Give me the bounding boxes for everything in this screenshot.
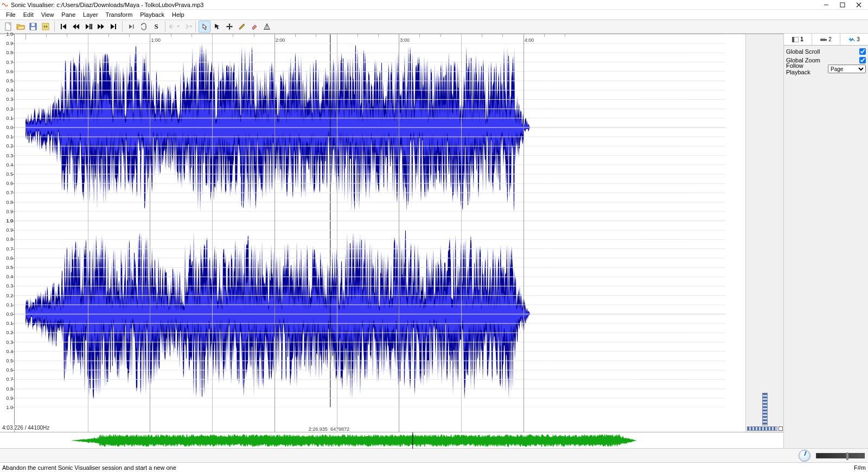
navigate-tool-button[interactable] xyxy=(199,21,210,33)
follow-playback-label: Follow Playback xyxy=(786,62,828,75)
play-pause-button[interactable] xyxy=(82,21,94,33)
rewind-button[interactable] xyxy=(70,21,82,33)
y-tick-label: 0.9 xyxy=(6,227,13,233)
svg-rect-9 xyxy=(61,24,62,29)
layer-tab-3[interactable]: 3 xyxy=(840,34,868,45)
play-selection-button[interactable] xyxy=(125,21,137,33)
y-tick-label: 0.4 xyxy=(6,87,13,93)
skip-end-button[interactable] xyxy=(107,21,119,33)
redo-button[interactable] xyxy=(181,21,193,33)
save-button[interactable] xyxy=(27,21,39,33)
transport-strip xyxy=(0,448,868,462)
waveform-canvas[interactable]: 1:002:003:004:00 2:26.935 6479872 xyxy=(15,34,745,432)
select-tool-button[interactable] xyxy=(211,21,223,33)
move-tool-button[interactable] xyxy=(224,21,235,33)
maximize-button[interactable] xyxy=(834,1,851,9)
toolbar-separator xyxy=(54,21,55,32)
menu-layer[interactable]: Layer xyxy=(79,11,102,18)
svg-rect-19 xyxy=(115,24,116,29)
waveform-pane[interactable]: 1.00.90.80.70.60.50.40.30.20.10.00.10.20… xyxy=(0,34,783,432)
y-tick-label: 1.0 xyxy=(6,31,13,37)
menu-transform[interactable]: Transform xyxy=(102,11,137,18)
y-tick-label: 0.2 xyxy=(6,143,13,149)
gain-meter-horizontal[interactable] xyxy=(747,426,777,431)
svg-rect-4 xyxy=(5,23,11,30)
edit-tool-button[interactable] xyxy=(236,21,248,33)
layer-tab-1[interactable]: 1 xyxy=(784,34,812,45)
y-tick-label: 0.8 xyxy=(6,237,13,242)
title-bar: Sonic Visualiser: c:/Users/Diaz/Download… xyxy=(0,0,868,10)
svg-marker-18 xyxy=(111,24,114,29)
open-button[interactable] xyxy=(15,21,27,33)
svg-marker-20 xyxy=(129,24,132,29)
playback-speed-knob[interactable] xyxy=(799,450,810,462)
y-tick-label: 0.4 xyxy=(6,274,13,279)
y-tick-label: 0.1 xyxy=(6,302,13,308)
y-tick-label: 0.9 xyxy=(6,41,13,46)
menu-edit[interactable]: Edit xyxy=(20,11,37,18)
y-tick-label: 0.3 xyxy=(6,153,13,158)
status-bar: Abandon the current Sonic Visualiser ses… xyxy=(0,462,868,472)
y-tick-label: 0.7 xyxy=(6,190,13,195)
y-tick-label: 1.0 xyxy=(6,405,13,410)
y-tick-label: 0.5 xyxy=(6,171,13,177)
y-tick-label: 0.7 xyxy=(6,60,13,65)
menu-pane[interactable]: Pane xyxy=(58,11,79,18)
svg-marker-24 xyxy=(189,25,192,28)
y-tick-label: 0.3 xyxy=(6,340,13,345)
svg-marker-10 xyxy=(62,24,66,29)
layer-tab-1-label: 1 xyxy=(800,36,803,42)
global-scroll-label: Global Scroll xyxy=(786,48,859,55)
y-tick-label: 0.1 xyxy=(6,321,13,326)
y-tick-label: 0.3 xyxy=(6,283,13,289)
layer-properties: Global Scroll Global Zoom Follow Playbac… xyxy=(784,46,868,76)
mute-toggle[interactable] xyxy=(778,426,783,431)
y-tick-label: 0.6 xyxy=(6,181,13,186)
svg-marker-13 xyxy=(86,24,89,29)
play-solo-button[interactable]: S xyxy=(150,21,162,33)
cursor-frame-label: 6479872 xyxy=(330,426,349,432)
svg-rect-15 xyxy=(91,24,92,29)
toolbar: S xyxy=(0,20,868,34)
import-audio-button[interactable] xyxy=(40,21,52,33)
y-tick-label: 0.4 xyxy=(6,349,13,354)
menu-help[interactable]: Help xyxy=(168,11,188,18)
follow-playback-select[interactable]: Page xyxy=(828,65,866,73)
y-tick-label: 0.6 xyxy=(6,367,13,373)
menu-playback[interactable]: Playback xyxy=(136,11,168,18)
svg-marker-12 xyxy=(76,24,79,29)
output-level-slider[interactable] xyxy=(816,453,865,458)
global-zoom-checkbox[interactable] xyxy=(859,57,866,63)
y-tick-label: 0.6 xyxy=(6,256,13,261)
skip-start-button[interactable] xyxy=(58,21,69,33)
y-tick-label: 0.3 xyxy=(6,97,13,102)
workspace: 1.00.90.80.70.60.50.40.30.20.10.00.10.20… xyxy=(0,34,868,448)
y-tick-label: 0.5 xyxy=(6,78,13,84)
toolbar-separator xyxy=(165,21,165,32)
layer-tab-2[interactable]: 2 xyxy=(812,34,840,45)
undo-button[interactable] xyxy=(168,21,180,33)
y-tick-label: 0.8 xyxy=(6,200,13,205)
fast-forward-button[interactable] xyxy=(95,21,107,33)
y-tick-label: 0.2 xyxy=(6,106,13,112)
y-tick-label: 0.2 xyxy=(6,330,13,335)
cursor-time-label: 2:26.935 xyxy=(309,426,328,432)
overview-strip[interactable] xyxy=(0,432,783,448)
toolbar-separator xyxy=(195,21,196,32)
y-tick-label: 0.7 xyxy=(6,377,13,382)
menu-file[interactable]: File xyxy=(2,11,20,18)
close-button[interactable] xyxy=(851,1,867,9)
measure-tool-button[interactable] xyxy=(261,21,273,33)
minimize-button[interactable] xyxy=(818,1,834,9)
global-scroll-checkbox[interactable] xyxy=(859,48,866,55)
waveform-icon xyxy=(848,37,855,42)
y-tick-label: 0.5 xyxy=(6,358,13,363)
erase-tool-button[interactable] xyxy=(248,21,260,33)
new-session-button[interactable] xyxy=(2,21,14,33)
level-meter-vertical xyxy=(762,393,768,425)
svg-rect-7 xyxy=(31,27,35,30)
svg-marker-16 xyxy=(98,24,101,29)
menu-view[interactable]: View xyxy=(37,11,58,18)
play-loop-button[interactable] xyxy=(138,21,150,33)
y-tick-label: 0.4 xyxy=(6,162,13,168)
